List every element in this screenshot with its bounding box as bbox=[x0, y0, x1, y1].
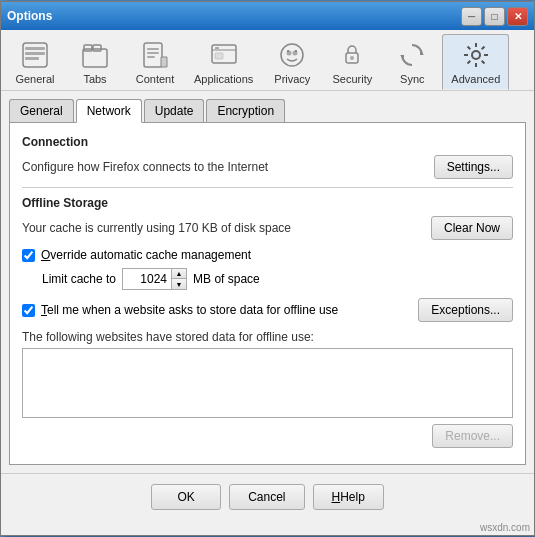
connection-title: Connection bbox=[22, 135, 513, 149]
svg-line-30 bbox=[467, 47, 470, 50]
cancel-button[interactable]: Cancel bbox=[229, 484, 304, 510]
separator-1 bbox=[22, 187, 513, 188]
spinner-arrows: ▲ ▼ bbox=[172, 268, 187, 290]
tell-me-checkbox[interactable] bbox=[22, 304, 35, 317]
tab-update[interactable]: Update bbox=[144, 99, 205, 122]
tell-me-checkbox-row: Tell me when a website asks to store dat… bbox=[22, 303, 338, 317]
ok-button[interactable]: OK bbox=[151, 484, 221, 510]
svg-point-19 bbox=[287, 50, 289, 52]
websites-list[interactable] bbox=[22, 348, 513, 418]
exceptions-button[interactable]: Exceptions... bbox=[418, 298, 513, 322]
cache-size-input[interactable] bbox=[122, 268, 172, 290]
cache-unit-label: MB of space bbox=[193, 272, 260, 286]
svg-rect-6 bbox=[93, 45, 101, 51]
tab-network[interactable]: Network bbox=[76, 99, 142, 123]
override-cache-label: Override automatic cache management bbox=[41, 248, 251, 262]
advanced-icon bbox=[460, 39, 492, 71]
maximize-button[interactable]: □ bbox=[484, 7, 505, 26]
svg-point-22 bbox=[350, 56, 354, 60]
content-label: Content bbox=[136, 73, 175, 85]
connection-row: Configure how Firefox connects to the In… bbox=[22, 155, 513, 179]
content-icon bbox=[139, 39, 171, 71]
general-label: General bbox=[15, 73, 54, 85]
sync-label: Sync bbox=[400, 73, 424, 85]
cache-description: Your cache is currently using 170 KB of … bbox=[22, 221, 291, 235]
tell-me-row: Tell me when a website asks to store dat… bbox=[22, 298, 513, 322]
svg-rect-7 bbox=[144, 43, 162, 67]
tabs-icon bbox=[79, 39, 111, 71]
svg-rect-1 bbox=[25, 47, 45, 50]
settings-button[interactable]: Settings... bbox=[434, 155, 513, 179]
toolbar-item-content[interactable]: Content bbox=[125, 34, 185, 90]
clear-now-button[interactable]: Clear Now bbox=[431, 216, 513, 240]
limit-cache-label: Limit cache to bbox=[42, 272, 116, 286]
remove-row: Remove... bbox=[22, 424, 513, 448]
toolbar-item-security[interactable]: Security bbox=[322, 34, 382, 90]
toolbar-item-tabs[interactable]: Tabs bbox=[65, 34, 125, 90]
svg-rect-8 bbox=[147, 48, 159, 50]
title-bar-controls: ─ □ ✕ bbox=[461, 7, 528, 26]
toolbar-item-advanced[interactable]: Advanced bbox=[442, 34, 509, 90]
svg-point-20 bbox=[295, 50, 297, 52]
svg-rect-5 bbox=[84, 45, 92, 51]
remove-button[interactable]: Remove... bbox=[432, 424, 513, 448]
applications-icon bbox=[208, 39, 240, 71]
watermark: wsxdn.com bbox=[1, 520, 534, 535]
options-window: Options ─ □ ✕ General Tabs Content bbox=[0, 1, 535, 536]
svg-point-25 bbox=[472, 51, 480, 59]
toolbar-item-sync[interactable]: Sync bbox=[382, 34, 442, 90]
title-bar: Options ─ □ ✕ bbox=[1, 2, 534, 30]
svg-rect-14 bbox=[215, 47, 219, 49]
advanced-label: Advanced bbox=[451, 73, 500, 85]
override-cache-checkbox[interactable] bbox=[22, 249, 35, 262]
websites-section: The following websites have stored data … bbox=[22, 330, 513, 448]
cache-row: Your cache is currently using 170 KB of … bbox=[22, 216, 513, 240]
privacy-icon bbox=[276, 39, 308, 71]
tab-general[interactable]: General bbox=[9, 99, 74, 122]
svg-point-16 bbox=[281, 44, 303, 66]
tabs-label: Tabs bbox=[83, 73, 106, 85]
privacy-label: Privacy bbox=[274, 73, 310, 85]
dialog-footer: OK Cancel HHelp bbox=[1, 473, 534, 520]
general-icon bbox=[19, 39, 51, 71]
content-area: General Network Update Encryption Connec… bbox=[1, 91, 534, 473]
svg-rect-10 bbox=[147, 56, 155, 58]
minimize-button[interactable]: ─ bbox=[461, 7, 482, 26]
close-button[interactable]: ✕ bbox=[507, 7, 528, 26]
spinner-down-arrow[interactable]: ▼ bbox=[172, 279, 186, 289]
connection-description: Configure how Firefox connects to the In… bbox=[22, 160, 268, 174]
tell-me-label: Tell me when a website asks to store dat… bbox=[41, 303, 338, 317]
svg-line-32 bbox=[481, 47, 484, 50]
toolbar: General Tabs Content Applications Privac… bbox=[1, 30, 534, 91]
svg-rect-15 bbox=[215, 53, 223, 59]
svg-marker-11 bbox=[161, 57, 167, 67]
toolbar-item-privacy[interactable]: Privacy bbox=[262, 34, 322, 90]
svg-line-33 bbox=[467, 61, 470, 64]
network-tab-content: Connection Configure how Firefox connect… bbox=[9, 123, 526, 465]
spinner-up-arrow[interactable]: ▲ bbox=[172, 269, 186, 279]
cache-limit-row: Limit cache to ▲ ▼ MB of space bbox=[42, 268, 513, 290]
security-icon bbox=[336, 39, 368, 71]
applications-label: Applications bbox=[194, 73, 253, 85]
websites-label: The following websites have stored data … bbox=[22, 330, 513, 344]
help-button[interactable]: HHelp bbox=[313, 484, 384, 510]
svg-line-31 bbox=[481, 61, 484, 64]
window-title: Options bbox=[7, 9, 52, 23]
toolbar-item-general[interactable]: General bbox=[5, 34, 65, 90]
svg-rect-3 bbox=[25, 57, 39, 60]
svg-rect-9 bbox=[147, 52, 159, 54]
svg-rect-2 bbox=[25, 52, 45, 55]
sync-icon bbox=[396, 39, 428, 71]
security-label: Security bbox=[332, 73, 372, 85]
cache-size-spinner: ▲ ▼ bbox=[122, 268, 187, 290]
toolbar-item-applications[interactable]: Applications bbox=[185, 34, 262, 90]
tab-bar: General Network Update Encryption bbox=[9, 99, 526, 123]
offline-storage-title: Offline Storage bbox=[22, 196, 513, 210]
override-cache-row: Override automatic cache management bbox=[22, 248, 513, 262]
tab-encryption[interactable]: Encryption bbox=[206, 99, 285, 122]
